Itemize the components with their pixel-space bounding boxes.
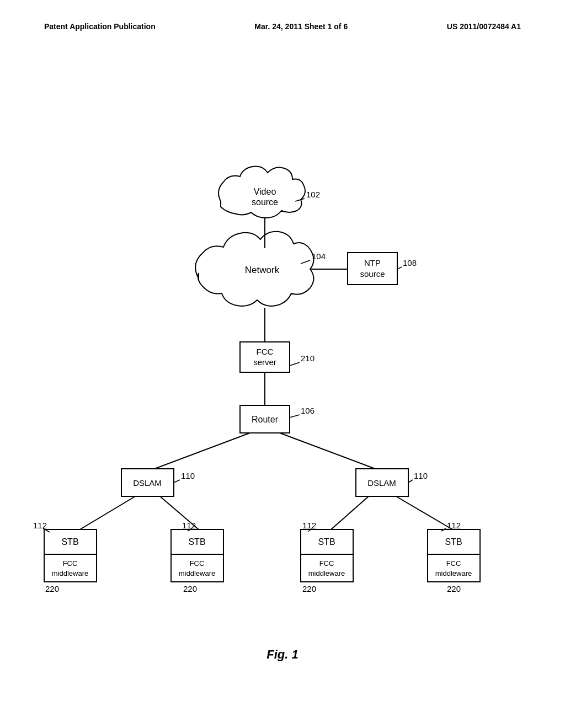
svg-text:FCC: FCC xyxy=(257,347,274,356)
video-source-node: Video source xyxy=(218,166,305,218)
svg-text:source: source xyxy=(252,197,278,207)
svg-text:source: source xyxy=(360,269,385,279)
fcc-mw2-node: FCC middleware xyxy=(171,554,223,582)
svg-text:DSLAM: DSLAM xyxy=(133,478,162,488)
router-node: Router xyxy=(240,405,290,433)
fcc-mw4-node: FCC middleware xyxy=(428,554,480,582)
ref-104: 104 xyxy=(312,251,326,261)
svg-line-15 xyxy=(290,362,300,366)
svg-rect-53 xyxy=(428,554,480,582)
ref-220-1: 220 xyxy=(45,584,59,593)
svg-text:middleware: middleware xyxy=(52,569,88,577)
svg-line-31 xyxy=(396,496,452,529)
svg-line-27 xyxy=(408,480,413,483)
header-right: US 2011/0072484 A1 xyxy=(447,22,521,31)
svg-rect-35 xyxy=(44,554,97,582)
ref-110-left: 110 xyxy=(181,471,195,480)
page-header: Patent Application Publication Mar. 24, … xyxy=(0,22,565,31)
svg-text:STB: STB xyxy=(188,537,205,547)
ntp-source-node: NTP source xyxy=(348,253,397,285)
svg-text:server: server xyxy=(253,357,276,367)
svg-text:FCC: FCC xyxy=(63,559,78,568)
ref-110-right: 110 xyxy=(414,471,428,480)
svg-text:FCC: FCC xyxy=(319,559,334,568)
figure-label: Fig. 1 xyxy=(266,647,298,662)
ref-220-4: 220 xyxy=(447,584,461,593)
header-center: Mar. 24, 2011 Sheet 1 of 6 xyxy=(254,22,348,31)
stb1-node: STB xyxy=(44,529,97,554)
network-node: Network xyxy=(195,232,313,306)
svg-text:middleware: middleware xyxy=(435,569,472,577)
svg-text:STB: STB xyxy=(318,537,335,547)
header-left: Patent Application Publication xyxy=(44,22,156,31)
svg-text:STB: STB xyxy=(61,537,78,547)
ref-220-3: 220 xyxy=(302,584,316,593)
svg-text:DSLAM: DSLAM xyxy=(367,478,396,488)
stb4-node: STB xyxy=(428,529,480,554)
svg-line-2 xyxy=(295,199,305,201)
svg-line-21 xyxy=(280,433,375,469)
stb3-node: STB xyxy=(301,529,353,554)
svg-line-19 xyxy=(290,415,300,417)
svg-rect-6 xyxy=(348,253,397,285)
ref-112-1: 112 xyxy=(33,521,47,530)
svg-text:middleware: middleware xyxy=(179,569,215,577)
ref-112-4: 112 xyxy=(447,521,461,530)
svg-text:STB: STB xyxy=(445,537,462,547)
svg-text:middleware: middleware xyxy=(308,569,345,577)
svg-text:Video: Video xyxy=(254,187,276,196)
svg-line-24 xyxy=(174,480,180,483)
ref-102: 102 xyxy=(306,190,320,199)
svg-line-28 xyxy=(80,496,135,529)
svg-text:Network: Network xyxy=(245,265,280,275)
ref-210: 210 xyxy=(301,354,315,363)
fcc-mw1-node: FCC middleware xyxy=(44,554,97,582)
dslam-right-node: DSLAM xyxy=(356,469,408,496)
fcc-server-node: FCC server xyxy=(240,342,290,372)
dslam-left-node: DSLAM xyxy=(121,469,174,496)
svg-line-30 xyxy=(331,496,369,529)
ref-112-3: 112 xyxy=(302,521,316,530)
ref-112-2: 112 xyxy=(182,521,196,530)
svg-text:NTP: NTP xyxy=(364,258,381,267)
svg-rect-47 xyxy=(301,554,353,582)
fcc-mw3-node: FCC middleware xyxy=(301,554,353,582)
svg-text:Router: Router xyxy=(252,415,279,424)
svg-text:FCC: FCC xyxy=(190,559,205,568)
svg-line-20 xyxy=(154,433,250,469)
svg-line-9 xyxy=(397,267,402,269)
diagram-container: Video source 102 Network 104 NTP source … xyxy=(0,83,565,728)
svg-line-5 xyxy=(301,260,310,264)
svg-text:FCC: FCC xyxy=(446,559,461,568)
ref-220-2: 220 xyxy=(183,584,197,593)
svg-rect-41 xyxy=(171,554,223,582)
ref-106: 106 xyxy=(301,406,315,415)
stb2-node: STB xyxy=(171,529,223,554)
ref-108: 108 xyxy=(403,258,417,267)
